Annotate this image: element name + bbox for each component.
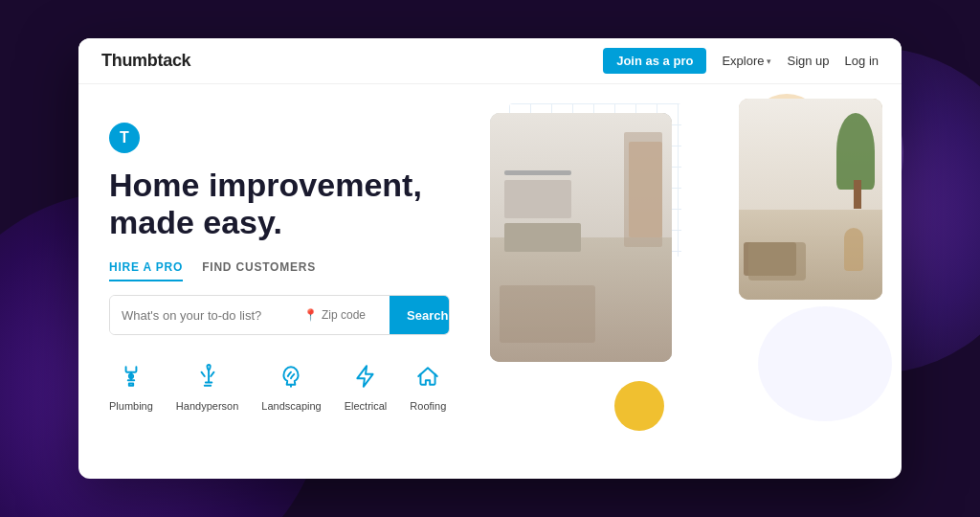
light-blob-decoration: [758, 306, 892, 421]
chevron-down-icon: ▾: [767, 56, 771, 66]
zip-code-input[interactable]: [322, 308, 389, 322]
landscaping-label: Landscaping: [261, 400, 321, 412]
location-icon: 📍: [303, 308, 318, 322]
category-landscaping[interactable]: Landscaping: [261, 358, 321, 412]
kitchen-image: [490, 113, 672, 362]
landscaping-icon: [273, 358, 309, 394]
signup-nav-link[interactable]: Sign up: [787, 54, 829, 68]
main-content: T Home improvement, made easy. HIRE A PR…: [78, 84, 902, 479]
search-button[interactable]: Search: [390, 296, 450, 334]
hero-images-section: [480, 84, 902, 479]
nav-right: Join as a pro Explore ▾ Sign up Log in: [603, 48, 879, 74]
kitchen-image-card: [490, 113, 672, 362]
roofing-label: Roofing: [410, 400, 446, 412]
tab-find-customers[interactable]: FIND CUSTOMERS: [202, 260, 316, 281]
tab-hire-a-pro[interactable]: HIRE A PRO: [109, 260, 183, 281]
brand-icon: T: [109, 123, 140, 153]
handyperson-label: Handyperson: [176, 400, 238, 412]
electrical-icon: [347, 358, 384, 394]
electrical-label: Electrical: [345, 400, 388, 412]
explore-nav-link[interactable]: Explore ▾: [722, 54, 771, 68]
hero-tabs: HIRE A PRO FIND CUSTOMERS: [109, 260, 450, 281]
category-list: Plumbing Handyperson: [109, 358, 450, 412]
left-section: T Home improvement, made easy. HIRE A PR…: [78, 84, 480, 479]
living-room-image: [739, 99, 882, 300]
yellow-circle-decoration: [614, 381, 664, 431]
category-plumbing[interactable]: Plumbing: [109, 358, 153, 412]
search-bar: 📍 Search: [109, 295, 450, 335]
navbar: Thumbtack Join as a pro Explore ▾ Sign u…: [78, 38, 902, 84]
category-roofing[interactable]: Roofing: [410, 358, 446, 412]
roofing-icon: [410, 358, 446, 394]
logo: Thumbtack: [101, 51, 190, 71]
category-handyperson[interactable]: Handyperson: [176, 358, 238, 412]
join-as-pro-button[interactable]: Join as a pro: [603, 48, 706, 74]
hero-headline: Home improvement, made easy.: [109, 167, 450, 241]
search-input[interactable]: [110, 296, 294, 334]
browser-window: Thumbtack Join as a pro Explore ▾ Sign u…: [78, 38, 902, 479]
category-electrical[interactable]: Electrical: [345, 358, 388, 412]
login-nav-link[interactable]: Log in: [845, 54, 879, 68]
plumbing-label: Plumbing: [109, 400, 153, 412]
plumbing-icon: [113, 358, 149, 394]
handyperson-icon: [189, 358, 226, 394]
zip-input-container[interactable]: 📍: [294, 296, 390, 334]
living-room-image-card: [739, 99, 882, 300]
